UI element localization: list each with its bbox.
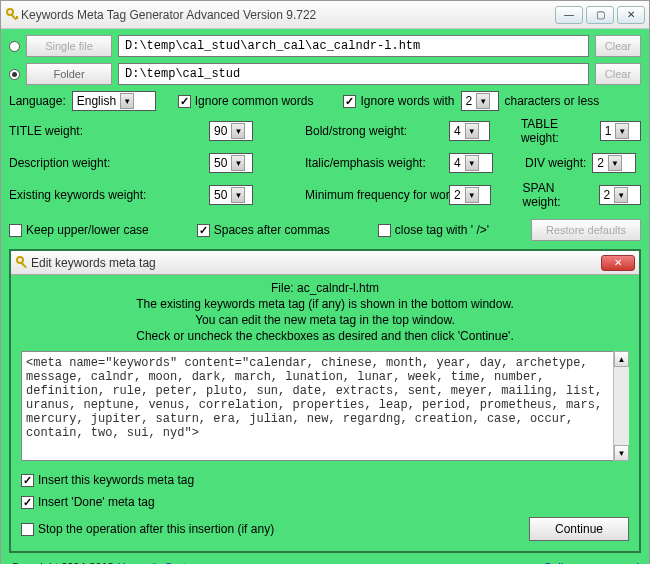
chevron-down-icon: ▼ xyxy=(120,93,134,109)
close-button[interactable]: ✕ xyxy=(617,6,645,24)
spaces-label: Spaces after commas xyxy=(214,223,330,237)
existing-weight-label: Existing keywords weight: xyxy=(9,188,146,202)
folder-button[interactable]: Folder xyxy=(26,63,112,85)
restore-defaults-button[interactable]: Restore defaults xyxy=(531,219,641,241)
language-value: English xyxy=(77,94,116,108)
svg-rect-4 xyxy=(21,262,27,268)
div-weight-select[interactable]: 2▼ xyxy=(592,153,636,173)
keep-case-checkbox[interactable]: Keep upper/lower case xyxy=(9,223,149,237)
folder-row: Folder D:\temp\cal_stud Clear xyxy=(9,63,641,85)
minfreq-label: Minimum frequency for word: xyxy=(305,188,460,202)
close-tag-checkbox[interactable]: close tag with ' />' xyxy=(378,223,489,237)
keywords-textarea[interactable]: <meta name="keywords" content="calendar,… xyxy=(21,351,629,461)
spaces-checkbox[interactable]: ✓ Spaces after commas xyxy=(197,223,330,237)
span-weight-label: SPAN weight: xyxy=(523,181,593,209)
language-label: Language: xyxy=(9,94,66,108)
scroll-up-icon[interactable]: ▲ xyxy=(614,351,629,367)
chars-or-less-label: characters or less xyxy=(505,94,600,108)
svg-rect-2 xyxy=(16,16,18,19)
existing-weight-select[interactable]: 50▼ xyxy=(209,185,253,205)
insert-keywords-checkbox[interactable]: ✓ Insert this keywords meta tag xyxy=(21,473,629,487)
minfreq-select[interactable]: 2▼ xyxy=(449,185,491,205)
chevron-down-icon: ▼ xyxy=(608,155,622,171)
desc-weight-select[interactable]: 50▼ xyxy=(209,153,253,173)
insert-done-checkbox[interactable]: ✓ Insert 'Done' meta tag xyxy=(21,495,629,509)
window-title: Keywords Meta Tag Generator Advanced Ver… xyxy=(21,8,555,22)
chevron-down-icon: ▼ xyxy=(231,187,245,203)
dialog-file-line: File: ac_calndr-l.htm xyxy=(21,281,629,295)
edit-dialog: Edit keywords meta tag ✕ File: ac_calndr… xyxy=(9,249,641,553)
stop-operation-checkbox[interactable]: Stop the operation after this insertion … xyxy=(21,522,274,536)
chevron-down-icon: ▼ xyxy=(465,155,479,171)
folder-radio[interactable] xyxy=(9,69,20,80)
div-weight-label: DIV weight: xyxy=(525,156,586,170)
close-tag-label: close tag with ' />' xyxy=(395,223,489,237)
italic-weight-label: Italic/emphasis weight: xyxy=(305,156,426,170)
dialog-title: Edit keywords meta tag xyxy=(31,256,601,270)
continue-button[interactable]: Continue xyxy=(529,517,629,541)
maximize-button[interactable]: ▢ xyxy=(586,6,614,24)
clear-folder-button[interactable]: Clear xyxy=(595,63,641,85)
app-icon xyxy=(5,7,21,23)
insert-keywords-label: Insert this keywords meta tag xyxy=(38,473,194,487)
checkbox-icon xyxy=(9,224,22,237)
dialog-body: File: ac_calndr-l.htm The existing keywo… xyxy=(11,275,639,551)
language-row: Language: English ▼ ✓ Ignore common word… xyxy=(9,91,641,111)
window-buttons: — ▢ ✕ xyxy=(555,6,645,24)
ignore-common-checkbox[interactable]: ✓ Ignore common words xyxy=(178,94,314,108)
table-weight-select[interactable]: 1▼ xyxy=(600,121,641,141)
scroll-down-icon[interactable]: ▼ xyxy=(614,445,629,461)
checkbox-icon xyxy=(378,224,391,237)
chevron-down-icon: ▼ xyxy=(231,155,245,171)
single-file-row: Single file D:\temp\cal_stud\arch_cal\ac… xyxy=(9,35,641,57)
svg-rect-1 xyxy=(11,14,17,20)
dialog-line3: Check or uncheck the checkboxes as desir… xyxy=(21,329,629,343)
options-row: Keep upper/lower case ✓ Spaces after com… xyxy=(9,219,641,241)
minimize-button[interactable]: — xyxy=(555,6,583,24)
checkbox-icon: ✓ xyxy=(178,95,191,108)
dialog-titlebar: Edit keywords meta tag ✕ xyxy=(11,251,639,275)
language-select[interactable]: English ▼ xyxy=(72,91,156,111)
dialog-checks: ✓ Insert this keywords meta tag ✓ Insert… xyxy=(21,473,629,541)
table-weight-label: TABLE weight: xyxy=(521,117,594,145)
dialog-line1: The existing keywords meta tag (if any) … xyxy=(21,297,629,311)
checkbox-icon: ✓ xyxy=(343,95,356,108)
title-weight-label: TITLE weight: xyxy=(9,124,83,138)
desc-weight-label: Description weight: xyxy=(9,156,110,170)
title-weight-select[interactable]: 90▼ xyxy=(209,121,253,141)
chevron-down-icon: ▼ xyxy=(615,123,629,139)
app-icon xyxy=(15,255,31,271)
checkbox-icon: ✓ xyxy=(21,496,34,509)
bold-weight-select[interactable]: 4▼ xyxy=(449,121,490,141)
keep-case-label: Keep upper/lower case xyxy=(26,223,149,237)
chevron-down-icon: ▼ xyxy=(465,123,479,139)
italic-weight-select[interactable]: 4▼ xyxy=(449,153,493,173)
bold-weight-label: Bold/strong weight: xyxy=(305,124,407,138)
single-file-radio[interactable] xyxy=(9,41,20,52)
clear-single-file-button[interactable]: Clear xyxy=(595,35,641,57)
insert-done-label: Insert 'Done' meta tag xyxy=(38,495,155,509)
span-weight-select[interactable]: 2▼ xyxy=(599,185,641,205)
chevron-down-icon: ▼ xyxy=(614,187,628,203)
footer: Copyright 2004-2013 Hermetic Systems Onl… xyxy=(1,557,649,564)
dialog-close-button[interactable]: ✕ xyxy=(601,255,635,271)
main-window: Keywords Meta Tag Generator Advanced Ver… xyxy=(0,0,650,564)
window-body: Single file D:\temp\cal_stud\arch_cal\ac… xyxy=(1,29,649,557)
dialog-line2: You can edit the new meta tag in the top… xyxy=(21,313,629,327)
checkbox-icon xyxy=(21,523,34,536)
scrollbar[interactable]: ▲ ▼ xyxy=(613,351,629,461)
single-file-button[interactable]: Single file xyxy=(26,35,112,57)
stop-operation-label: Stop the operation after this insertion … xyxy=(38,522,274,536)
chars-select[interactable]: 2 ▼ xyxy=(461,91,499,111)
weights-grid: TITLE weight: 90▼ Bold/strong weight: 4▼… xyxy=(9,117,641,209)
ignore-words-with-checkbox[interactable]: ✓ Ignore words with xyxy=(343,94,454,108)
chevron-down-icon: ▼ xyxy=(465,187,479,203)
chevron-down-icon: ▼ xyxy=(476,93,490,109)
checkbox-icon: ✓ xyxy=(197,224,210,237)
single-file-path-input[interactable]: D:\temp\cal_stud\arch_cal\ac_calndr-l.ht… xyxy=(118,35,589,57)
ignore-common-label: Ignore common words xyxy=(195,94,314,108)
titlebar: Keywords Meta Tag Generator Advanced Ver… xyxy=(1,1,649,29)
textarea-wrap: <meta name="keywords" content="calendar,… xyxy=(21,351,629,461)
chars-value: 2 xyxy=(466,94,473,108)
folder-path-input[interactable]: D:\temp\cal_stud xyxy=(118,63,589,85)
